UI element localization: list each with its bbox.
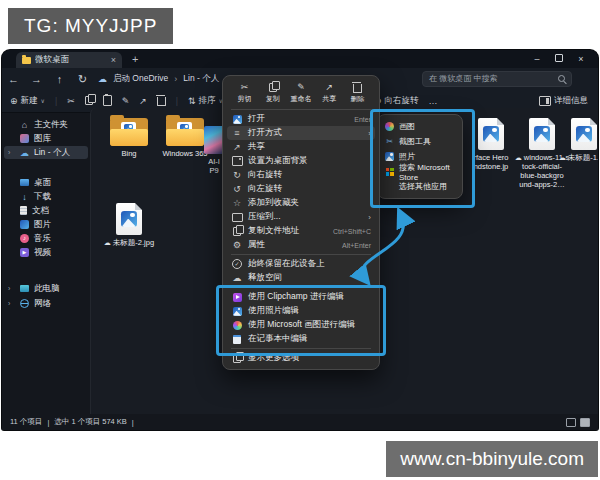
- share-button[interactable]: ↗ 共享: [317, 82, 342, 104]
- share-button[interactable]: ↗: [139, 96, 147, 106]
- menu-item-always-keep[interactable]: ✓ 始终保留在此设备上: [227, 257, 375, 271]
- clipchamp-icon: [232, 293, 242, 302]
- menu-item-label: 打开方式: [248, 127, 282, 139]
- cut-button[interactable]: ✂ 剪切: [232, 82, 257, 104]
- item-count: 11 个项目: [10, 417, 42, 427]
- menu-item-edit-photos[interactable]: 使用照片编辑: [227, 304, 375, 318]
- menu-item-show-more-options[interactable]: 显示更多选项: [227, 351, 375, 365]
- expand-chevron-icon[interactable]: ›: [8, 285, 10, 292]
- menu-item-add-favorites[interactable]: ☆ 添加到收藏夹: [227, 196, 375, 210]
- menu-item-copy-path[interactable]: 复制文件地址 Ctrl+Shift+C: [227, 224, 375, 238]
- microsoft-store-icon: [385, 168, 394, 176]
- menu-item-rotate-right[interactable]: ↻ 向右旋转: [227, 168, 375, 182]
- delete-button[interactable]: [157, 97, 166, 106]
- menu-item-label: 添加到收藏夹: [248, 197, 299, 209]
- rotate-right-button[interactable]: ↻ 向右旋转: [374, 95, 419, 107]
- explorer-tab[interactable]: 微软桌面 ×: [16, 52, 122, 68]
- image-file-icon: [529, 118, 555, 150]
- expand-chevron-icon[interactable]: ›: [8, 300, 10, 307]
- submenu-item-label: 截图工具: [399, 136, 431, 147]
- thumbnail-view-button[interactable]: [580, 418, 590, 427]
- maximize-icon: [555, 54, 563, 62]
- submenu-item-paint[interactable]: 画图: [382, 119, 458, 134]
- submenu-item-label: 搜索 Microsoft Store: [399, 162, 455, 182]
- sidebar-item-pictures[interactable]: 图片: [4, 218, 88, 231]
- file-image-untitled1[interactable]: ☁未标题-1.jpg: [558, 118, 598, 162]
- music-icon: ♪: [20, 234, 29, 243]
- file-name-line: P9: [208, 166, 220, 175]
- sidebar-item-network[interactable]: › 网络: [4, 297, 88, 310]
- sidebar-item-label: 图片: [34, 219, 51, 231]
- sidebar-item-downloads[interactable]: ↓ 下载: [4, 190, 88, 203]
- menu-item-rotate-left[interactable]: ↺ 向左旋转: [227, 182, 375, 196]
- paste-button[interactable]: [103, 95, 112, 106]
- image-thumbnail: [204, 126, 224, 154]
- sidebar-item-videos[interactable]: ▶ 视频: [4, 246, 88, 259]
- copy-button[interactable]: [85, 96, 93, 105]
- sidebar-item-desktop[interactable]: 桌面: [4, 176, 88, 189]
- folder-icon: [110, 118, 148, 146]
- home-icon: ⌂: [20, 120, 29, 129]
- submenu-arrow-icon: ›: [368, 129, 371, 138]
- chevron-down-icon: ∨: [41, 97, 45, 104]
- new-button[interactable]: ⊕ 新建 ∨: [10, 95, 45, 107]
- submenu-item-choose-other-app[interactable]: 选择其他应用: [382, 179, 458, 194]
- expand-chevron-icon[interactable]: ›: [8, 149, 10, 156]
- menu-item-edit-clipchamp[interactable]: 使用 Clipchamp 进行编辑: [227, 290, 375, 304]
- window-controls: – ×: [526, 50, 592, 68]
- status-divider: |: [47, 418, 49, 427]
- cut-button[interactable]: ✂: [67, 96, 75, 106]
- sidebar-item-this-pc[interactable]: › 此电脑: [4, 282, 88, 295]
- submenu-item-snipping-tool[interactable]: ✂ 截图工具: [382, 134, 458, 149]
- sidebar-item-onedrive-lin[interactable]: › ☁ Lin - 个人: [4, 146, 88, 159]
- breadcrumb-item-onedrive[interactable]: 启动 OneDrive: [113, 73, 168, 85]
- details-view-button[interactable]: [566, 418, 576, 427]
- photos-app-icon: [232, 307, 242, 316]
- photos-app-icon: [385, 152, 394, 161]
- menu-item-label: 设置为桌面背景: [248, 155, 308, 167]
- menu-item-free-space[interactable]: ☁ 释放空间: [227, 271, 375, 285]
- menu-item-edit-notepad[interactable]: 在记事本中编辑: [227, 332, 375, 346]
- menu-item-open[interactable]: 打开 Enter: [227, 112, 375, 126]
- copy-button[interactable]: 复制: [260, 82, 285, 104]
- breadcrumb-item-lin[interactable]: Lin - 个人: [183, 73, 219, 85]
- menu-item-compress[interactable]: 压缩到... ›: [227, 210, 375, 224]
- menu-divider: [231, 109, 371, 110]
- search-icon: [558, 75, 565, 82]
- snipping-tool-icon: ✂: [385, 137, 394, 146]
- sort-button[interactable]: ⇅ 排序 ∨: [188, 95, 223, 107]
- menu-item-properties[interactable]: ⚙ 属性 Alt+Enter: [227, 238, 375, 252]
- maximize-button[interactable]: [548, 54, 570, 64]
- close-button[interactable]: ×: [570, 54, 592, 64]
- submenu-item-search-store[interactable]: 搜索 Microsoft Store: [382, 164, 458, 179]
- file-folder-bing[interactable]: Bing: [103, 118, 155, 158]
- file-image-surface-hero[interactable]: rface Hero ndstone.jp: [463, 118, 519, 171]
- details-pane-button[interactable]: 详细信息: [539, 95, 588, 107]
- status-bar: 11 个项目 | 选中 1 个项目 574 KB |: [2, 414, 598, 430]
- delete-button[interactable]: 删除: [345, 82, 370, 104]
- menu-item-open-with[interactable]: ≡ 打开方式 ›: [227, 126, 375, 140]
- refresh-button[interactable]: ↻: [71, 73, 94, 86]
- tab-close-icon[interactable]: ×: [111, 55, 116, 65]
- rename-button[interactable]: ✎ 重命名: [289, 82, 314, 104]
- sidebar-item-label: 桌面: [34, 177, 51, 189]
- sidebar-item-documents[interactable]: 文档: [4, 204, 88, 217]
- forward-button[interactable]: →: [25, 73, 48, 85]
- search-input[interactable]: 在 微软桌面 中搜索: [422, 71, 572, 87]
- sidebar-item-gallery[interactable]: 图库: [4, 132, 88, 145]
- menu-item-set-wallpaper[interactable]: 设置为桌面背景: [227, 154, 375, 168]
- rename-button[interactable]: ✎: [122, 96, 130, 106]
- file-image-untitled2[interactable]: ☁未标题-2.jpg: [100, 203, 158, 247]
- sidebar-item-home[interactable]: ⌂ 主文件夹: [4, 118, 88, 131]
- back-button[interactable]: ←: [2, 73, 25, 85]
- new-tab-button[interactable]: +: [132, 53, 138, 65]
- more-button[interactable]: …: [429, 96, 438, 106]
- menu-item-edit-paint[interactable]: 使用 Microsoft 画图进行编辑: [227, 318, 375, 332]
- sidebar-item-music[interactable]: ♪ 音乐: [4, 232, 88, 245]
- menu-item-share[interactable]: ↗ 共享: [227, 140, 375, 154]
- minimize-button[interactable]: –: [526, 54, 548, 64]
- file-name-line: rface Hero: [473, 153, 508, 162]
- view-toggles: [566, 418, 590, 427]
- details-label: 详细信息: [554, 95, 588, 107]
- up-button[interactable]: ↑: [48, 73, 71, 85]
